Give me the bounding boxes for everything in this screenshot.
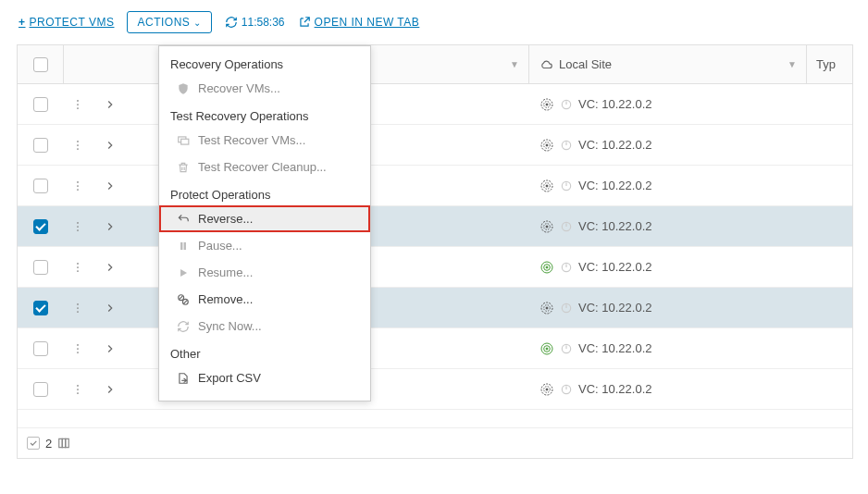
row-expand[interactable] xyxy=(92,125,129,165)
row-expand[interactable] xyxy=(92,206,129,246)
table-row[interactable]: hcx46 VC: 10.22.0.2 xyxy=(18,206,852,247)
svg-point-44 xyxy=(77,348,79,350)
chevron-right-icon xyxy=(104,383,117,396)
kebab-icon xyxy=(71,98,84,111)
dropdown-item[interactable]: Reverse... xyxy=(159,205,370,232)
chevron-right-icon xyxy=(104,261,117,274)
footer-selection-indicator[interactable] xyxy=(27,437,40,450)
dropdown-section-label: Test Recovery Operations xyxy=(159,102,370,127)
chevron-right-icon xyxy=(104,139,117,152)
kebab-icon xyxy=(71,220,84,233)
chevron-down-icon: ⌄ xyxy=(193,18,202,28)
dropdown-item-label: Sync Now... xyxy=(198,319,262,333)
local-site-value: VC: 10.22.0.2 xyxy=(578,382,652,396)
status-icon xyxy=(539,179,554,193)
svg-point-23 xyxy=(77,226,79,228)
actions-button[interactable]: ACTIONS ⌄ xyxy=(127,11,211,33)
local-site-value: VC: 10.22.0.2 xyxy=(578,138,652,152)
table-header: VM ▼ Local Site ▼ Typ xyxy=(18,45,852,84)
row-kebab-menu[interactable] xyxy=(64,84,92,124)
dropdown-item[interactable]: Remove... xyxy=(159,286,370,313)
select-all-cell xyxy=(18,45,64,83)
local-site-value: VC: 10.22.0.2 xyxy=(578,179,652,192)
row-spacer xyxy=(18,410,852,428)
table-row[interactable]: hcx45 VC: 10.22.0.2 xyxy=(18,288,852,328)
protect-vms-label: PROTECT VMS xyxy=(30,16,115,29)
row-checkbox[interactable] xyxy=(33,219,48,234)
column-header-type[interactable]: Typ xyxy=(806,45,852,83)
filter-icon[interactable]: ▼ xyxy=(787,59,797,69)
header-menu-col xyxy=(64,45,92,83)
sync-icon xyxy=(176,320,191,333)
kebab-icon xyxy=(71,139,84,152)
kebab-icon xyxy=(71,261,84,274)
local-site-value: VC: 10.22.0.2 xyxy=(578,219,652,233)
type-column-label: Typ xyxy=(816,57,836,71)
row-kebab-menu[interactable] xyxy=(64,166,92,205)
svg-point-22 xyxy=(77,222,79,224)
row-kebab-menu[interactable] xyxy=(64,247,92,287)
column-header-local-site[interactable]: Local Site ▼ xyxy=(528,45,806,83)
dropdown-item: Resume... xyxy=(159,259,370,286)
svg-point-9 xyxy=(77,144,79,146)
protect-vms-button[interactable]: + PROTECT VMS xyxy=(19,16,114,29)
table-row[interactable]: hcx39 VC: 10.22.0.2 xyxy=(18,369,852,410)
open-in-new-tab-button[interactable]: OPEN IN NEW TAB xyxy=(298,16,420,29)
svg-point-16 xyxy=(77,185,79,187)
row-kebab-menu[interactable] xyxy=(64,125,92,165)
row-checkbox[interactable] xyxy=(33,260,48,275)
table-row[interactable]: hcx41 VC: 10.22.0.2 xyxy=(18,328,852,369)
table-row[interactable]: hcx43 VC: 10.22.0.2 xyxy=(18,125,852,166)
row-expand[interactable] xyxy=(92,247,129,287)
row-checkbox[interactable] xyxy=(33,341,48,356)
status-icon xyxy=(539,97,554,112)
dropdown-item[interactable]: Export CSV xyxy=(159,364,370,391)
power-icon xyxy=(560,302,573,315)
power-icon xyxy=(560,261,573,274)
row-checkbox[interactable] xyxy=(33,97,48,112)
export-icon xyxy=(176,372,191,385)
kebab-icon xyxy=(71,302,84,315)
table-row[interactable]: hcx42 VC: 10.22.0.2 xyxy=(18,84,852,125)
svg-point-37 xyxy=(77,307,79,309)
row-checkbox[interactable] xyxy=(33,301,48,315)
row-kebab-menu[interactable] xyxy=(64,288,92,327)
row-checkbox[interactable] xyxy=(33,382,48,397)
table-row[interactable]: hcx40 VC: 10.22.0.2 xyxy=(18,247,852,288)
svg-point-51 xyxy=(77,389,79,390)
row-expand[interactable] xyxy=(92,84,129,124)
refresh-icon xyxy=(225,16,238,29)
row-kebab-menu[interactable] xyxy=(64,328,92,368)
row-kebab-menu[interactable] xyxy=(64,206,92,246)
power-icon xyxy=(560,98,573,111)
svg-point-2 xyxy=(77,104,79,105)
table-row[interactable]: hcx44 VC: 10.22.0.2 xyxy=(18,166,852,206)
row-checkbox[interactable] xyxy=(33,179,48,193)
svg-point-6 xyxy=(546,104,548,105)
dropdown-item: Test Recover Cleanup... xyxy=(159,154,370,180)
svg-rect-62 xyxy=(180,241,182,249)
header-expand-col xyxy=(92,45,129,83)
row-expand[interactable] xyxy=(92,166,129,205)
power-icon xyxy=(560,342,573,355)
row-checkbox[interactable] xyxy=(33,138,48,153)
refresh-button[interactable]: 11:58:36 xyxy=(225,16,285,29)
columns-icon[interactable] xyxy=(57,437,70,450)
svg-point-15 xyxy=(77,181,79,183)
row-expand[interactable] xyxy=(92,288,129,327)
row-expand[interactable] xyxy=(92,328,129,368)
filter-icon[interactable]: ▼ xyxy=(510,59,519,69)
table-body: hcx42 VC: 10.22.0.2 hcx43 xyxy=(18,84,852,410)
svg-point-8 xyxy=(77,141,79,142)
svg-point-48 xyxy=(546,348,548,350)
chevron-right-icon xyxy=(104,98,117,111)
svg-point-27 xyxy=(546,226,548,228)
dropdown-item-label: Test Recover VMs... xyxy=(198,133,305,147)
row-expand[interactable] xyxy=(92,369,129,409)
select-all-checkbox[interactable] xyxy=(33,57,48,72)
svg-rect-59 xyxy=(66,438,69,447)
shield-icon xyxy=(176,82,191,95)
row-kebab-menu[interactable] xyxy=(64,369,92,409)
svg-point-36 xyxy=(77,303,79,305)
dropdown-item-label: Export CSV xyxy=(198,371,261,385)
